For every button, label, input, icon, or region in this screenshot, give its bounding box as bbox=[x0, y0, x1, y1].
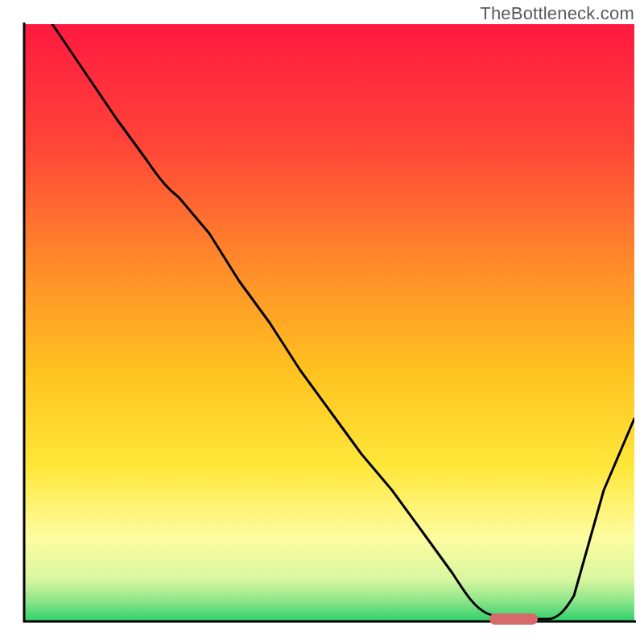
bottleneck-chart bbox=[0, 0, 644, 644]
watermark-text: TheBottleneck.com bbox=[480, 3, 634, 24]
plot-background-gradient bbox=[24, 24, 634, 621]
optimal-marker bbox=[489, 613, 538, 625]
chart-container: TheBottleneck.com bbox=[0, 0, 644, 644]
